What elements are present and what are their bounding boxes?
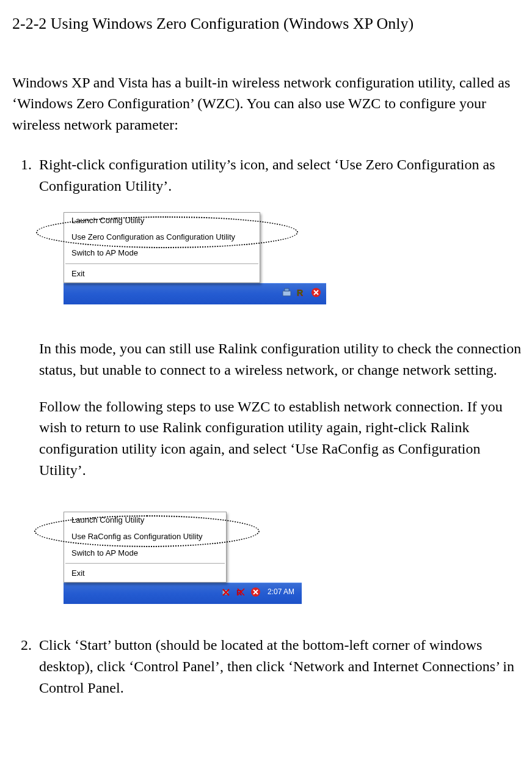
menu-item-exit[interactable]: Exit: [64, 266, 260, 282]
network-error-icon-2[interactable]: [250, 587, 261, 597]
menu-separator: [65, 263, 258, 264]
network-error-icon[interactable]: [311, 287, 321, 298]
taskbar-clock: 2:07 AM: [265, 587, 297, 597]
menu-item-exit-2[interactable]: Exit: [64, 565, 226, 582]
network-x-icon[interactable]: [221, 587, 231, 597]
context-menu-1: Launch Config Utility Use Zero Configura…: [64, 212, 260, 283]
step-1: Right-click configuration utility’s icon…: [35, 154, 523, 622]
safely-remove-icon[interactable]: [282, 287, 292, 298]
section-heading: 2-2-2 Using Windows Zero Configuration (…: [12, 12, 523, 35]
menu-item-use-zero-config[interactable]: Use Zero Configuration as Configuration …: [64, 229, 260, 246]
step-1-text: Right-click configuration utility’s icon…: [39, 154, 523, 197]
svg-text:R: R: [297, 288, 303, 298]
context-menu-2: Launch Config Utility Use RaConfig as Co…: [64, 512, 227, 583]
step-2-text: Click ‘Start’ button (should be located …: [39, 635, 523, 698]
screenshot-1: Launch Config Utility Use Zero Configura…: [39, 212, 326, 304]
step-1-note-1: In this mode, you can still use Ralink c…: [39, 338, 523, 381]
taskbar-1: R: [64, 283, 326, 304]
menu-separator-2: [65, 563, 225, 564]
ralink-x-icon[interactable]: R: [236, 587, 246, 597]
menu-item-use-raconfig[interactable]: Use RaConfig as Configuration Utility: [64, 529, 226, 545]
step-1-note-2: Follow the following steps to use WZC to…: [39, 396, 523, 481]
ralink-icon[interactable]: R: [296, 287, 307, 298]
system-tray-1: R: [282, 287, 321, 298]
screenshot-2: Launch Config Utility Use RaConfig as Co…: [39, 512, 302, 604]
svg-rect-1: [285, 289, 289, 291]
intro-paragraph: Windows XP and Vista has a built-in wire…: [12, 72, 523, 136]
menu-item-switch-ap[interactable]: Switch to AP Mode: [64, 245, 260, 262]
menu-item-launch-config[interactable]: Launch Config Utility: [64, 213, 260, 229]
system-tray-2: R 2:07 AM: [221, 587, 297, 597]
menu-item-switch-ap-2[interactable]: Switch to AP Mode: [64, 545, 226, 562]
menu-item-launch-config-2[interactable]: Launch Config Utility: [64, 512, 226, 529]
step-2: Click ‘Start’ button (should be located …: [35, 635, 523, 698]
svg-rect-0: [283, 291, 291, 296]
taskbar-2: R 2:07 AM: [64, 583, 302, 604]
